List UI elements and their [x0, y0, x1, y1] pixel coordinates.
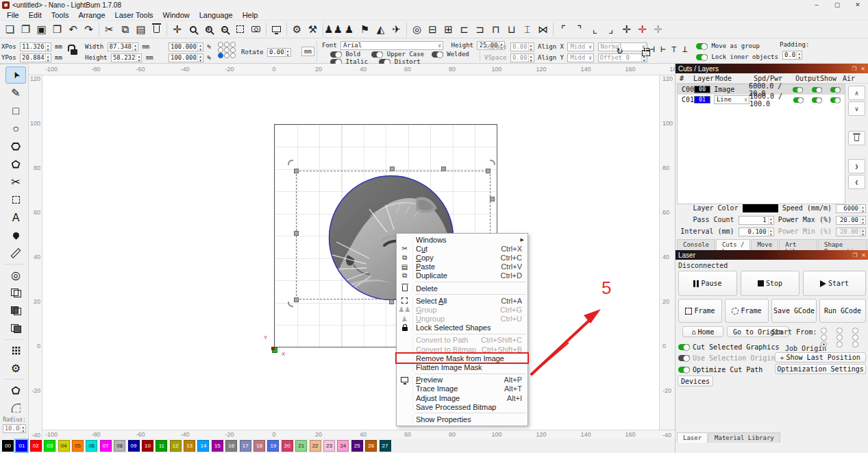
palette-color-02[interactable]: 02: [30, 440, 42, 452]
job-origin-radio[interactable]: [836, 328, 843, 334]
menu-item-flatten-image-mask[interactable]: Flatten Image Mask: [397, 363, 528, 371]
star-shape-tool[interactable]: [5, 156, 26, 173]
tab-material-library[interactable]: Material Library: [708, 432, 780, 443]
float-panel-icon[interactable]: ❐: [852, 66, 856, 72]
column-header--[interactable]: #: [675, 75, 693, 82]
ungroup-icon[interactable]: ♟: [341, 22, 357, 37]
selection-handle[interactable]: [486, 169, 491, 173]
use-selection-origin-toggle[interactable]: [678, 355, 690, 361]
palette-color-15[interactable]: 15: [212, 440, 223, 452]
position-pin-tool[interactable]: [5, 227, 26, 244]
layer-mode[interactable]: Image: [714, 86, 749, 93]
align-center-icon[interactable]: ⊞: [441, 22, 456, 37]
menu-arrange[interactable]: Arrange: [73, 10, 110, 20]
send-to-laser-icon[interactable]: ⚑: [357, 22, 373, 37]
palette-color-25[interactable]: 25: [351, 440, 363, 452]
measure-tool[interactable]: [5, 245, 26, 262]
grid-array-tool[interactable]: [5, 342, 26, 359]
menu-item-preview[interactable]: PreviewAlt+P: [397, 376, 528, 384]
mirror-icon[interactable]: ✈: [388, 22, 404, 37]
focus-laser-icon[interactable]: ◎: [409, 22, 425, 37]
menu-item-windows[interactable]: Windows▶: [397, 235, 528, 244]
upper-case-toggle[interactable]: [371, 51, 383, 58]
menu-item-delete[interactable]: Delete: [397, 284, 528, 293]
align-x-combo[interactable]: Midd: [567, 42, 594, 51]
column-header-mode[interactable]: Mode: [715, 75, 754, 82]
layer-mode[interactable]: Line: [714, 95, 749, 104]
selection-handle[interactable]: [294, 169, 299, 173]
save-gcode-button[interactable]: Save GCode: [771, 299, 817, 323]
object-origin-selector[interactable]: [218, 42, 236, 58]
menu-laser-tools[interactable]: Laser Tools: [110, 10, 158, 20]
align-top-icon[interactable]: ⊓: [488, 22, 504, 37]
menu-item-convert-to-path[interactable]: Convert to PathCtrl+Shift+C: [397, 336, 528, 345]
units-button[interactable]: mm: [301, 47, 314, 56]
zoom-icon[interactable]: [185, 22, 201, 37]
height-scale-input[interactable]: 100.000▲▼: [169, 53, 203, 62]
align-y-combo[interactable]: Midd: [567, 53, 594, 62]
layer-down-button[interactable]: ∨: [848, 101, 865, 116]
maximize-button[interactable]: ▢: [827, 0, 847, 10]
pause-button[interactable]: Pause: [678, 271, 737, 296]
align-bottom-icon[interactable]: ⊟: [425, 22, 441, 37]
padding-input[interactable]: 0.0▲▼: [782, 51, 802, 60]
job-origin-radio[interactable]: [852, 328, 858, 334]
bold-toggle[interactable]: [330, 51, 342, 58]
yspace-input[interactable]: 0.00▲▼: [510, 53, 534, 62]
rectangle-tool[interactable]: □: [5, 102, 26, 119]
text-tool[interactable]: A: [5, 209, 26, 226]
menu-item-select-all[interactable]: Select AllCtrl+A: [397, 296, 528, 305]
pan-icon[interactable]: ✛: [169, 22, 185, 37]
nest-bottom-icon[interactable]: ⊥: [682, 44, 688, 54]
selection-handle[interactable]: [389, 299, 394, 304]
nest-left-icon[interactable]: ⊣: [649, 44, 655, 54]
speed-input[interactable]: 6000▲▼: [836, 204, 866, 213]
run-gcode-button[interactable]: Run GCode: [819, 299, 866, 323]
close-panel-icon[interactable]: ✕: [860, 66, 865, 72]
select-tool[interactable]: ➤: [5, 66, 26, 84]
job-origin-radio[interactable]: [821, 334, 827, 341]
two-point-move-icon[interactable]: ⌜: [556, 22, 571, 37]
menu-item-paste[interactable]: ▤PasteCtrl+V: [397, 262, 528, 271]
circular-array-tool[interactable]: ⚙: [5, 360, 26, 377]
palette-color-06[interactable]: 06: [86, 440, 97, 452]
offset-shapes-tool[interactable]: [5, 191, 26, 208]
menu-item-remove-mask-from-image[interactable]: Remove Mask from Image: [397, 354, 528, 363]
position-crosshair-icon[interactable]: ✛: [619, 22, 634, 37]
flip-horizontal-icon[interactable]: ◭: [373, 22, 388, 37]
menu-file[interactable]: File: [2, 10, 24, 20]
xpos-input[interactable]: 11.326▲▼: [20, 42, 51, 51]
undo-icon[interactable]: ↶: [65, 22, 81, 37]
edit-nodes-tool[interactable]: ✂: [5, 173, 26, 191]
layer-color-chip[interactable]: 00: [694, 86, 714, 93]
laser-titlebar[interactable]: Laser ❐✕: [675, 250, 868, 260]
ellipse-tool[interactable]: ○: [5, 120, 26, 137]
palette-color-12[interactable]: 12: [170, 440, 182, 452]
xspace-input[interactable]: 0.00▲▼: [510, 42, 534, 51]
height-input[interactable]: 58.232▲▼: [111, 53, 142, 62]
palette-color-00[interactable]: 00: [2, 440, 14, 452]
selection-handle[interactable]: [294, 231, 299, 236]
import-file-icon[interactable]: ❒: [49, 22, 65, 37]
palette-color-17[interactable]: 17: [240, 440, 251, 452]
move-together-icon[interactable]: ⋈: [535, 22, 551, 37]
optimization-settings-button[interactable]: Optimization Settings: [775, 364, 866, 374]
width-input[interactable]: 87.348▲▼: [108, 42, 139, 51]
palette-color-01[interactable]: 01: [16, 440, 27, 452]
column-header-spd-pwr[interactable]: Spd/Pwr: [754, 75, 797, 82]
palette-color-18[interactable]: 18: [253, 440, 265, 452]
group-icon[interactable]: ♟♟: [325, 22, 341, 37]
cut-icon[interactable]: ✂: [101, 22, 117, 37]
optimize-cut-path-toggle[interactable]: [678, 367, 690, 373]
polygon-tool[interactable]: [5, 138, 26, 155]
menu-help[interactable]: Help: [238, 10, 263, 20]
menu-tools[interactable]: Tools: [47, 10, 74, 20]
job-origin-radio[interactable]: [821, 341, 827, 347]
palette-color-13[interactable]: 13: [184, 440, 195, 452]
palette-color-20[interactable]: 20: [282, 440, 293, 452]
power-max-input[interactable]: 20.00▲▼: [836, 216, 866, 225]
copy-icon[interactable]: ⧉: [117, 22, 133, 37]
palette-color-22[interactable]: 22: [310, 440, 321, 452]
image-mask-tool[interactable]: ◎: [5, 267, 26, 284]
canvas[interactable]: Y X 5 -100-80-60-40-20020406080100120140…: [29, 64, 675, 439]
